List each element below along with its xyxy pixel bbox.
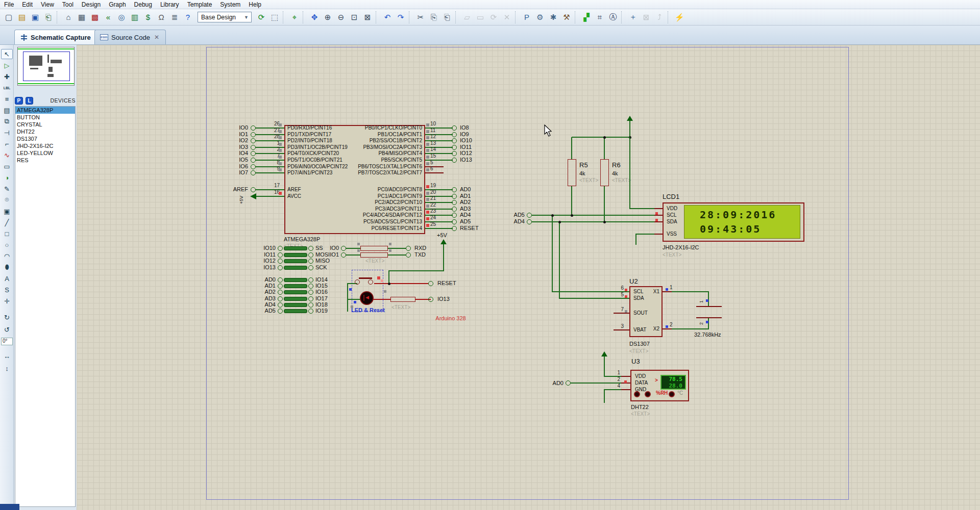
terminal-icon[interactable]	[428, 297, 433, 302]
wire[interactable]	[425, 196, 453, 197]
schematic-overview-map[interactable]	[17, 47, 75, 86]
terminal-icon[interactable]	[452, 194, 457, 199]
text-placeholder[interactable]: <TEXT>	[365, 258, 384, 264]
line-2d-icon[interactable]: ╱	[1, 217, 13, 227]
wire[interactable]	[604, 137, 605, 160]
device-list[interactable]: ATMEGA328PBUTTONCRYSTALDHT22DS1307JHD-2X…	[15, 106, 76, 507]
terminal-icon[interactable]	[428, 281, 433, 286]
zoom-extents-icon[interactable]: ⊠	[361, 11, 374, 23]
zoom-out-icon[interactable]: ⊖	[335, 11, 347, 23]
device-item-jhd-2x16-i2c[interactable]: JHD-2X16-I2C	[15, 142, 75, 149]
device-item-res[interactable]: RES	[15, 157, 75, 164]
generator-mode-icon[interactable]: ◑	[1, 172, 13, 183]
rotate-ccw-icon[interactable]: ↺	[1, 324, 13, 335]
wire[interactable]	[629, 121, 630, 138]
erc-icon[interactable]: Ω	[155, 11, 167, 23]
wire[interactable]	[374, 283, 428, 284]
menu-debug[interactable]: Debug	[130, 1, 156, 9]
button-pad[interactable]	[368, 279, 373, 285]
terminal-icon[interactable]	[278, 252, 283, 258]
terminal-icon[interactable]	[452, 151, 457, 156]
home-icon[interactable]: ⌂	[62, 11, 75, 23]
wire[interactable]	[559, 298, 629, 299]
power-terminal-icon[interactable]	[440, 239, 447, 244]
wire[interactable]	[425, 160, 453, 161]
terminal-icon[interactable]	[308, 309, 313, 314]
electrical-check-icon[interactable]: ⚡	[673, 11, 685, 23]
circle-2d-icon[interactable]: ○	[1, 240, 13, 250]
chip-icon[interactable]: ▩	[89, 11, 101, 23]
terminal-icon[interactable]	[308, 277, 313, 283]
pan-icon[interactable]: ✥	[308, 11, 321, 23]
terminal-icon[interactable]	[452, 219, 457, 224]
search-tag-icon[interactable]: ⌗	[594, 11, 606, 23]
wire[interactable]	[425, 228, 453, 229]
wire[interactable]	[604, 376, 621, 377]
header-connector[interactable]	[284, 266, 307, 270]
wire-label-mode-icon[interactable]: LBL	[1, 83, 13, 93]
wire[interactable]	[672, 328, 708, 329]
device-item-dht22[interactable]: DHT22	[15, 128, 75, 135]
wire[interactable]	[425, 134, 453, 135]
voltage-probe-mode-icon[interactable]: ✎	[1, 184, 13, 194]
current-probe-mode-icon[interactable]: ⌾	[1, 195, 13, 205]
wire-autorouter-icon[interactable]: ▞	[580, 11, 593, 23]
chevron-down-icon[interactable]: ▼	[242, 13, 250, 21]
device-pins-mode-icon[interactable]: ⌐	[1, 139, 13, 149]
library-book-icon[interactable]: ▥	[129, 11, 141, 23]
markers-2d-icon[interactable]: ✛	[1, 296, 13, 306]
menu-library[interactable]: Library	[156, 1, 183, 9]
terminal-icon[interactable]	[278, 259, 283, 264]
tab-schematic-capture[interactable]: Schematic Capture ✕	[14, 30, 107, 44]
header-connector[interactable]	[284, 303, 307, 307]
device-item-button[interactable]: BUTTON	[15, 114, 75, 121]
device-item-ds1307[interactable]: DS1307	[15, 135, 75, 142]
terminal-icon[interactable]	[452, 132, 457, 137]
device-item-led-yellow[interactable]: LED-YELLOW	[15, 149, 75, 157]
wire[interactable]	[389, 270, 444, 271]
wire[interactable]	[604, 389, 605, 403]
menu-help[interactable]: Help	[244, 1, 265, 9]
terminal-icon[interactable]	[308, 302, 313, 308]
new-file-icon[interactable]: ▢	[3, 11, 15, 23]
wire[interactable]	[347, 299, 360, 300]
wire[interactable]	[346, 248, 360, 249]
terminal-icon[interactable]	[251, 187, 256, 192]
menu-view[interactable]: View	[37, 1, 58, 9]
terminal-icon[interactable]	[452, 213, 457, 218]
terminal-icon[interactable]	[308, 296, 313, 301]
terminal-icon[interactable]	[452, 207, 457, 212]
menu-tool[interactable]: Tool	[58, 1, 78, 9]
terminal-icon[interactable]	[452, 200, 457, 205]
flip-horizontal-icon[interactable]: ↔	[1, 351, 13, 361]
terminal-icon[interactable]	[308, 290, 313, 295]
wire[interactable]	[531, 215, 654, 216]
wire[interactable]	[373, 299, 390, 300]
terminal-icon[interactable]	[251, 164, 256, 169]
terminal-icon[interactable]	[278, 265, 283, 270]
terminal-icon[interactable]	[251, 170, 256, 175]
component-mode-icon[interactable]: ▷	[1, 60, 13, 70]
wire[interactable]	[425, 147, 453, 148]
terminal-icon[interactable]	[308, 259, 313, 264]
wire[interactable]	[559, 221, 560, 299]
header-connector[interactable]	[284, 253, 307, 257]
text-placeholder[interactable]: <TEXT>	[631, 411, 650, 417]
grid-toggle-icon[interactable]: ⬚	[268, 11, 281, 23]
terminal-icon[interactable]	[341, 246, 346, 251]
arc-2d-icon[interactable]: ◠	[1, 251, 13, 261]
terminal-icon[interactable]	[452, 125, 457, 131]
power-terminal-icon[interactable]	[601, 351, 607, 356]
path-2d-icon[interactable]: ⬮	[1, 262, 13, 272]
component-r5[interactable]	[568, 159, 576, 186]
wire[interactable]	[604, 356, 605, 376]
terminal-icon[interactable]	[566, 380, 571, 386]
terminal-icon[interactable]	[406, 252, 411, 258]
wire[interactable]	[425, 153, 453, 154]
wire[interactable]	[604, 186, 605, 222]
resistor-series[interactable]	[360, 252, 388, 258]
close-icon[interactable]: ✕	[153, 34, 160, 41]
wire[interactable]	[571, 186, 572, 216]
device-item-crystal[interactable]: CRYSTAL	[15, 121, 75, 128]
origin-icon[interactable]: ⌖	[288, 11, 301, 23]
